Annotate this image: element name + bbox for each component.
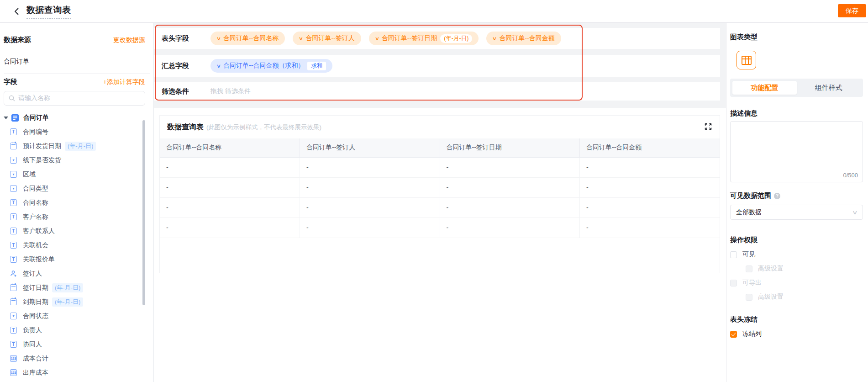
date-field-icon <box>10 143 17 149</box>
change-data-source-link[interactable]: 更改数据源 <box>113 36 145 44</box>
field-item[interactable]: ▾线下是否发货 <box>0 153 153 167</box>
chevron-down-icon[interactable]: ∨ <box>375 36 379 42</box>
table-row: ---- <box>160 157 720 177</box>
header-field-tags: ∨合同订单--合同名称∨合同订单--签订人∨合同订单--签订日期(年-月-日)∨… <box>210 32 561 45</box>
date-format-badge: (年-月-日) <box>65 142 96 151</box>
data-source-label: 数据来源 <box>4 36 31 44</box>
field-search-input[interactable]: 请输入名称 <box>4 91 145 106</box>
preview-note: (此图仅为示例样式，不代表最终展示效果) <box>206 123 321 132</box>
tab-component-style[interactable]: 组件样式 <box>797 81 861 95</box>
fullscreen-expand-icon[interactable] <box>703 122 713 132</box>
table-cell: - <box>300 157 440 177</box>
field-label: 区域 <box>23 170 36 179</box>
caret-down-icon[interactable] <box>4 117 8 119</box>
tag-label: 合同订单--合同名称 <box>223 34 279 42</box>
char-counter: 0/500 <box>843 172 858 179</box>
field-item[interactable]: T合同名称 <box>0 196 153 210</box>
help-icon[interactable]: ? <box>774 193 780 199</box>
select-field-icon: ▾ <box>10 171 17 178</box>
chart-type-table-button[interactable] <box>736 51 756 69</box>
table-row: ---- <box>160 218 720 238</box>
header-field-tag[interactable]: ∨合同订单--签订人 <box>293 32 361 45</box>
freeze-column-checkbox[interactable] <box>730 331 737 338</box>
save-button[interactable]: 保存 <box>838 4 866 17</box>
table-cell: - <box>160 218 300 238</box>
text-field-icon: T <box>10 213 17 220</box>
header-field-tag[interactable]: ∨合同订单--合同金额 <box>486 32 561 45</box>
perm-export-checkbox[interactable] <box>730 280 737 286</box>
visible-range-select[interactable]: 全部数据 ∨ <box>730 205 863 220</box>
select-field-icon: ▾ <box>10 313 17 319</box>
tag-badge: 求和 <box>307 62 326 70</box>
field-item[interactable]: 签订人 <box>0 266 153 281</box>
field-item[interactable]: T关联报价单 <box>0 252 153 266</box>
text-field-icon: T <box>10 228 17 234</box>
description-textarea[interactable]: 0/500 <box>730 121 863 182</box>
fields-label: 字段 <box>4 78 17 86</box>
visible-range-label: 可见数据范围 <box>730 191 771 200</box>
field-label: 客户联系人 <box>23 227 55 235</box>
field-item[interactable]: ▾区域 <box>0 167 153 181</box>
sidebar-scrollbar[interactable] <box>142 120 145 305</box>
field-item[interactable]: T关联机会 <box>0 238 153 252</box>
text-field-icon: T <box>10 341 17 348</box>
table-cell: - <box>580 218 720 238</box>
table-cell: - <box>580 197 720 218</box>
table-cell: - <box>440 177 580 197</box>
table-cell: - <box>160 197 300 218</box>
perm-visible-advanced-label: 高级设置 <box>758 265 784 273</box>
field-label: 签订人 <box>23 270 42 278</box>
preview-column-header: 合同订单--签订日期 <box>440 138 580 157</box>
text-field-icon: T <box>10 128 17 135</box>
field-item[interactable]: 预计发货日期(年-月-日) <box>0 139 153 153</box>
field-item[interactable]: T客户名称 <box>0 210 153 224</box>
preview-table: 合同订单--合同名称合同订单--签订人合同订单--签订日期合同订单--合同金额 … <box>160 138 720 238</box>
table-cell: - <box>300 218 440 238</box>
table-cell: - <box>160 157 300 177</box>
header-field-tag[interactable]: ∨合同订单--合同名称 <box>210 32 285 45</box>
field-label: 合同状态 <box>23 312 48 320</box>
number-field-icon: 123 <box>10 369 17 376</box>
field-item[interactable]: 到期日期(年-月-日) <box>0 295 153 309</box>
chevron-left-icon <box>14 7 20 16</box>
tag-badge: (年-月-日) <box>440 34 472 43</box>
summary-fields-label: 汇总字段 <box>162 62 210 70</box>
chevron-down-icon: ∨ <box>852 209 858 216</box>
field-label: 合同类型 <box>23 185 48 193</box>
field-item[interactable]: 123出库成本 <box>0 366 153 380</box>
field-label: 签订日期 <box>23 284 48 292</box>
perm-export-advanced-checkbox[interactable] <box>746 294 752 301</box>
back-button[interactable] <box>12 6 22 16</box>
table-cell: - <box>300 197 440 218</box>
tab-function-config[interactable]: 功能配置 <box>732 81 797 95</box>
field-item[interactable]: 123成本合计 <box>0 351 153 366</box>
field-item[interactable]: ▾合同类型 <box>0 181 153 196</box>
preview-column-header: 合同订单--签订人 <box>300 138 440 157</box>
field-item[interactable]: 签订日期(年-月-日) <box>0 281 153 295</box>
perm-visible-advanced-checkbox[interactable] <box>746 265 752 272</box>
chevron-down-icon[interactable]: ∨ <box>299 36 303 42</box>
field-item[interactable]: T合同编号 <box>0 125 153 139</box>
field-item[interactable]: T客户联系人 <box>0 224 153 238</box>
field-item[interactable]: T协同人 <box>0 337 153 351</box>
perm-export-row: 可导出 <box>730 279 863 287</box>
header-field-tag[interactable]: ∨合同订单--签订日期(年-月-日) <box>369 32 479 45</box>
chevron-down-icon[interactable]: ∨ <box>492 36 497 42</box>
field-item[interactable]: 123整单折扣率 <box>0 380 153 382</box>
chart-type-label: 图表类型 <box>730 33 863 42</box>
tree-root-contract-order[interactable]: 合同订单 <box>0 111 153 125</box>
field-item[interactable]: ▾合同状态 <box>0 309 153 323</box>
add-calculated-field-link[interactable]: +添加计算字段 <box>103 78 145 86</box>
filter-row: 筛选条件 拖拽 筛选条件 <box>154 82 720 101</box>
chevron-down-icon[interactable]: ∨ <box>216 36 221 42</box>
perm-visible-checkbox[interactable] <box>730 251 737 258</box>
perm-visible-label: 可见 <box>742 250 755 259</box>
chevron-down-icon[interactable]: ∨ <box>216 63 221 69</box>
person-icon <box>10 270 17 277</box>
summary-field-tag[interactable]: ∨合同订单--合同金额（求和）求和 <box>210 59 332 73</box>
header-fields-row: 表头字段 ∨合同订单--合同名称∨合同订单--签订人∨合同订单--签订日期(年-… <box>154 28 720 49</box>
table-cell: - <box>160 177 300 197</box>
select-field-icon: ▾ <box>10 157 17 164</box>
header-fields-label: 表头字段 <box>162 34 210 43</box>
field-item[interactable]: T负责人 <box>0 323 153 337</box>
